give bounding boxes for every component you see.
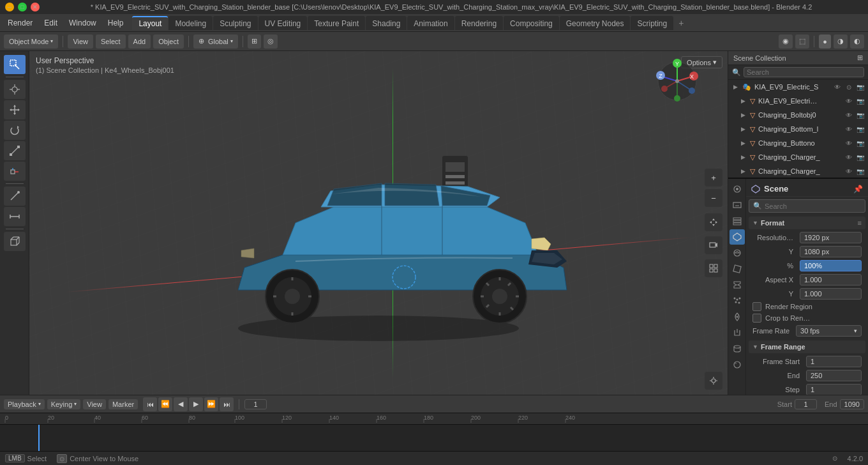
item-render-3[interactable]: 📷 — [855, 124, 865, 134]
proportional-button[interactable]: ◎ — [264, 34, 278, 49]
outliner-item-3[interactable]: ▶ ▽ Charging_Bottom_l 👁 📷 — [728, 122, 868, 136]
select-tool[interactable] — [4, 55, 26, 74]
view-menu[interactable]: View — [68, 34, 93, 49]
pan-button[interactable] — [705, 213, 722, 231]
tab-sculpting[interactable]: Sculpting — [213, 16, 257, 30]
menu-window[interactable]: Window — [64, 17, 101, 29]
keying-menu[interactable]: Keying ▾ — [47, 399, 81, 409]
overlay-button[interactable]: ◉ — [779, 34, 793, 49]
aspect-x-value[interactable]: 1.000 — [800, 274, 862, 286]
collection-view-button[interactable] — [705, 259, 722, 277]
item-visibility-3[interactable]: 👁 — [844, 124, 854, 134]
item-visibility-2[interactable]: 👁 — [844, 110, 854, 120]
resolution-x-value[interactable]: 1920 px — [800, 232, 862, 243]
menu-edit[interactable]: Edit — [39, 17, 63, 29]
props-physics-icon[interactable] — [730, 309, 745, 324]
item-select-0[interactable]: ⊙ — [844, 82, 854, 92]
item-render-2[interactable]: 📷 — [855, 110, 865, 120]
viewport-gizmo[interactable]: X Y Z — [655, 59, 700, 103]
frame-end-value[interactable]: 250 — [806, 370, 862, 381]
resolution-y-value[interactable]: 1080 px — [800, 246, 862, 257]
annotate-tool[interactable] — [4, 187, 26, 206]
playback-menu[interactable]: Playback ▾ — [4, 399, 45, 409]
play-reverse-button[interactable]: ◀ — [174, 397, 188, 411]
props-search-input[interactable] — [765, 202, 861, 210]
item-render-1[interactable]: 📷 — [855, 96, 865, 106]
mode-selector[interactable]: Object Mode ▾ — [4, 34, 58, 49]
snap-button[interactable]: ⊞ — [248, 34, 261, 49]
item-visibility-4[interactable]: 👁 — [844, 138, 854, 148]
format-section-header[interactable]: ▼ Format ≡ — [749, 217, 865, 229]
render-mode[interactable]: ◐ — [850, 34, 864, 49]
format-section-menu[interactable]: ≡ — [858, 219, 862, 227]
item-render-0[interactable]: 📷 — [855, 82, 865, 92]
timeline-strip[interactable]: 0 20 40 60 80 100 120 140 160 180 200 22… — [0, 413, 868, 451]
jump-to-end-button[interactable]: ⏭ — [220, 397, 234, 411]
outliner-item-0[interactable]: ▶ 🎭 KIA_EV9_Electric_S 👁 ⊙ 📷 — [728, 80, 868, 94]
marker-menu[interactable]: Marker — [108, 399, 138, 409]
camera-view-button[interactable] — [705, 236, 722, 254]
cursor-tool[interactable] — [4, 80, 26, 99]
select-menu[interactable]: Select — [96, 34, 126, 49]
props-render-icon[interactable] — [730, 181, 745, 197]
props-pin-button[interactable]: 📌 — [853, 185, 863, 194]
move-tool[interactable] — [4, 100, 26, 119]
item-visibility-5[interactable]: 👁 — [844, 152, 854, 162]
tab-rendering[interactable]: Rendering — [455, 16, 503, 30]
solid-mode[interactable]: ● — [819, 34, 831, 49]
menu-help[interactable]: Help — [103, 17, 129, 29]
props-particle-icon[interactable] — [730, 293, 745, 309]
tab-modeling[interactable]: Modeling — [168, 16, 213, 30]
add-cube-tool[interactable] — [4, 232, 26, 251]
viewport-settings-button[interactable] — [705, 372, 722, 390]
end-frame-field[interactable]: 1090 — [840, 399, 864, 409]
minimize-button[interactable]: ─ — [5, 3, 14, 11]
outliner-item-5[interactable]: ▶ ▽ Charging_Charger_ 👁 📷 — [728, 150, 868, 164]
step-back-button[interactable]: ⏪ — [158, 397, 172, 411]
tab-texture-paint[interactable]: Texture Paint — [308, 16, 365, 30]
frame-start-value[interactable]: 1 — [806, 356, 862, 367]
measure-tool[interactable] — [4, 207, 26, 226]
start-frame-field[interactable]: 1 — [795, 399, 817, 409]
tab-geometry-nodes[interactable]: Geometry Nodes — [560, 16, 631, 30]
item-render-5[interactable]: 📷 — [855, 152, 865, 162]
maximize-button[interactable]: □ — [18, 3, 27, 11]
current-frame-field[interactable]: 1 — [244, 399, 267, 409]
props-data-icon[interactable] — [730, 341, 745, 356]
scale-tool[interactable] — [4, 141, 26, 160]
object-menu[interactable]: Object — [153, 34, 184, 49]
rotate-tool[interactable] — [4, 121, 26, 140]
item-render-4[interactable]: 📷 — [855, 138, 865, 148]
outliner-item-2[interactable]: ▶ ▽ Charging_Boltobj0 👁 📷 — [728, 108, 868, 122]
tab-layout[interactable]: Layout — [132, 16, 168, 30]
transform-tool[interactable] — [4, 162, 26, 181]
tab-scripting[interactable]: Scripting — [631, 16, 673, 30]
props-scene-icon[interactable] — [730, 229, 745, 245]
jump-to-start-button[interactable]: ⏮ — [143, 397, 157, 411]
add-workspace-button[interactable]: + — [674, 16, 688, 30]
render-region-checkbox[interactable] — [752, 302, 761, 311]
props-view-layer-icon[interactable] — [730, 213, 745, 229]
frame-rate-select[interactable]: 30 fps ▾ — [796, 325, 862, 337]
menu-render[interactable]: Render — [3, 17, 38, 29]
transform-selector[interactable]: ⊕ Global ▾ — [193, 34, 238, 49]
props-modifier-icon[interactable] — [730, 277, 745, 293]
resolution-pct-value[interactable]: 100% — [800, 260, 862, 271]
outliner-search-input[interactable] — [744, 67, 864, 77]
step-forward-button[interactable]: ⏩ — [204, 397, 218, 411]
props-world-icon[interactable] — [730, 245, 745, 261]
xray-button[interactable]: ⬚ — [795, 34, 809, 49]
tab-shading[interactable]: Shading — [366, 16, 407, 30]
tab-uv-editing[interactable]: UV Editing — [258, 16, 308, 30]
3d-viewport[interactable]: User Perspective (1) Scene Collection | … — [29, 51, 728, 395]
add-menu[interactable]: Add — [128, 34, 151, 49]
outliner-item-1[interactable]: ▶ ▽ KIA_EV9_Electri… 👁 📷 — [728, 94, 868, 108]
close-button[interactable]: ✕ — [31, 3, 40, 11]
outliner-filter-icon[interactable]: ⊞ — [857, 54, 863, 62]
material-mode[interactable]: ◑ — [834, 34, 848, 49]
props-output-icon[interactable] — [730, 197, 745, 213]
item-visibility-0[interactable]: 👁 — [832, 82, 842, 92]
item-visibility-6[interactable]: 👁 — [844, 166, 854, 176]
aspect-y-value[interactable]: 1.000 — [800, 288, 862, 300]
props-object-icon[interactable] — [730, 261, 745, 277]
